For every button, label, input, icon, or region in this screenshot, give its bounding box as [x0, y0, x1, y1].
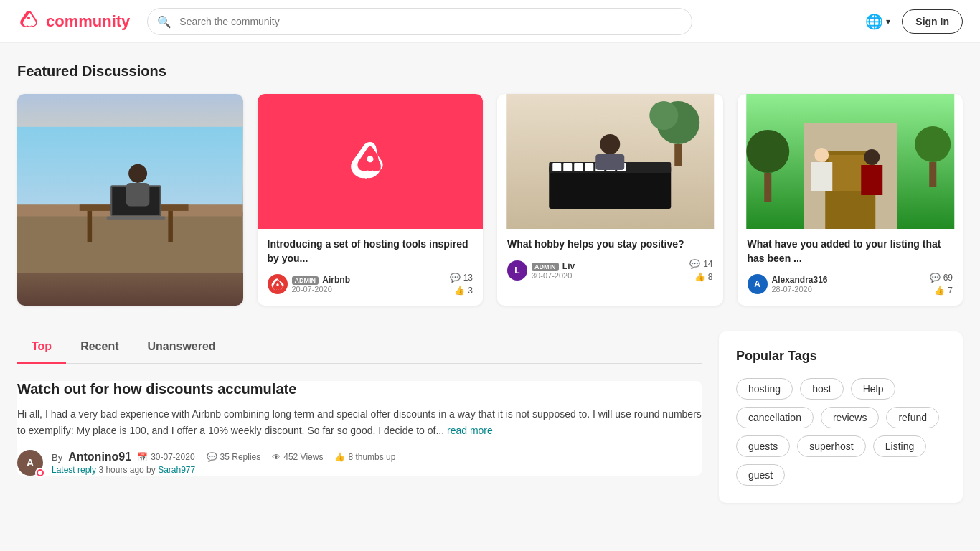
card-replies-3: 💬 14	[689, 259, 712, 269]
post-author-details: By Antonino91 📅 30-07-2020 💬 35 Replies	[52, 451, 395, 475]
header-right: 🌐 ▾ Sign In	[865, 9, 963, 34]
tabs: Top Recent Unanswered	[17, 331, 702, 364]
avatar-4: A	[748, 274, 768, 294]
chevron-down-icon: ▾	[886, 17, 890, 27]
tab-recent[interactable]: Recent	[66, 331, 133, 364]
avatar-2	[268, 274, 288, 294]
card-stats-4: 💬 69 👍 7	[930, 273, 953, 296]
card-author-2: ADMIN Airbnb 20-07-2020	[268, 274, 351, 294]
tag-pill[interactable]: superhost	[797, 435, 865, 457]
card-title-2: Introducing a set of hosting tools inspi…	[268, 237, 473, 265]
post-title: Watch out for how discounts accumulate	[17, 381, 702, 397]
svg-rect-16	[574, 163, 583, 171]
card-stats-2: 💬 13 👍 3	[450, 273, 473, 296]
card-image-3	[497, 94, 723, 229]
read-more-link[interactable]: read more	[447, 425, 493, 436]
card-likes-3: 👍 8	[694, 272, 713, 282]
card-likes-2: 👍 3	[454, 286, 473, 296]
tag-pill[interactable]: hosting	[736, 378, 793, 400]
post-footer: A By Antonino91 📅 30-07-202	[17, 450, 702, 476]
thumbs-up-icon: 👍	[334, 452, 345, 462]
author-info-3: ADMIN Liv 30-07-2020	[532, 261, 575, 280]
tag-pill[interactable]: host	[800, 378, 843, 400]
card-body-4: What have you added to your listing that…	[738, 229, 963, 306]
post-replies: 💬 35 Replies	[207, 452, 261, 462]
card-replies-2: 💬 13	[450, 273, 473, 283]
admin-badge-2: ADMIN	[292, 276, 319, 285]
avatar-3: L	[507, 260, 527, 281]
tag-pill[interactable]: reviews	[821, 407, 879, 428]
svg-rect-36	[764, 173, 771, 202]
svg-point-21	[600, 134, 620, 154]
post-thumbs: 👍 8 thumbs up	[334, 452, 395, 462]
logo[interactable]: community	[17, 10, 130, 33]
card-meta-2: ADMIN Airbnb 20-07-2020 💬 13 👍 3	[268, 273, 473, 296]
globe-icon: 🌐	[865, 13, 883, 30]
post-views: 👁 452 Views	[272, 452, 323, 462]
main-content: Featured Discussions	[0, 43, 980, 523]
svg-rect-17	[585, 163, 593, 171]
tab-unanswered[interactable]: Unanswered	[133, 331, 230, 364]
author-name-4: Alexandra316	[772, 275, 828, 285]
like-icon-2: 👍	[454, 286, 465, 296]
svg-point-37	[915, 126, 951, 162]
card-body-3: What hobby helps you stay positive? L AD…	[497, 229, 723, 292]
featured-card-1[interactable]: Top guest questions Q ADMIN Quincy 27-07…	[17, 94, 243, 306]
sign-in-button[interactable]: Sign In	[902, 9, 963, 34]
svg-rect-14	[552, 163, 561, 171]
tag-pill[interactable]: guest	[736, 464, 785, 486]
chat-icon-3: 💬	[689, 259, 700, 269]
card-image-1	[17, 94, 243, 306]
tag-pill[interactable]: guests	[736, 435, 790, 457]
svg-rect-15	[563, 163, 572, 171]
like-icon-3: 👍	[694, 272, 705, 282]
admin-badge-3: ADMIN	[532, 263, 559, 271]
search-bar: 🔍	[147, 8, 692, 35]
svg-rect-5	[168, 211, 173, 242]
card-author-3: L ADMIN Liv 30-07-2020	[507, 260, 575, 281]
card-stats-3: 💬 14 👍 8	[689, 259, 712, 282]
svg-rect-8	[107, 217, 165, 220]
badge-overlay	[35, 468, 45, 478]
svg-rect-4	[88, 211, 93, 242]
featured-card-4[interactable]: What have you added to your listing that…	[738, 94, 963, 306]
card-likes-4: 👍 7	[934, 286, 953, 296]
discussion-post: Watch out for how discounts accumulate H…	[17, 381, 702, 476]
logo-text: community	[46, 12, 130, 31]
svg-rect-1	[17, 212, 243, 273]
calendar-icon: 📅	[137, 452, 148, 462]
header: community 🔍 🌐 ▾ Sign In	[0, 0, 980, 43]
card-body-2: Introducing a set of hosting tools inspi…	[258, 229, 484, 306]
featured-card-3[interactable]: What hobby helps you stay positive? L AD…	[497, 94, 723, 306]
tag-pill[interactable]: refund	[886, 407, 939, 428]
tag-pill[interactable]: Help	[851, 378, 896, 400]
tag-pill[interactable]: Listing	[873, 435, 926, 457]
airbnb-icon	[17, 10, 40, 33]
search-input[interactable]	[147, 8, 692, 35]
featured-card-2[interactable]: Introducing a set of hosting tools inspi…	[258, 94, 484, 306]
language-selector[interactable]: 🌐 ▾	[865, 13, 890, 30]
post-date: 📅 30-07-2020	[137, 452, 194, 462]
latest-reply-author-link[interactable]: Sarah977	[158, 465, 195, 475]
author-date-3: 30-07-2020	[532, 271, 575, 280]
tags-title: Popular Tags	[736, 349, 946, 364]
airbnb-logo-white	[349, 140, 392, 183]
latest-reply-link[interactable]: Latest reply	[52, 465, 96, 475]
chat-bubble-icon: 💬	[207, 452, 217, 462]
tab-top[interactable]: Top	[17, 331, 66, 364]
like-icon-4: 👍	[934, 286, 945, 296]
svg-point-39	[38, 471, 42, 475]
featured-title: Featured Discussions	[17, 63, 963, 80]
post-author-avatar: A	[17, 450, 43, 476]
author-name-3: Liv	[562, 261, 575, 271]
tag-pill[interactable]: cancellation	[736, 407, 814, 428]
svg-point-24	[649, 101, 678, 130]
popular-tags-panel: Popular Tags hostinghostHelpcancellation…	[719, 331, 963, 503]
card-title-4: What have you added to your listing that…	[748, 237, 953, 265]
author-info-2: ADMIN Airbnb 20-07-2020	[292, 275, 351, 293]
card-image-4	[738, 94, 963, 229]
author-date-4: 28-07-2020	[772, 285, 828, 293]
svg-rect-10	[126, 183, 150, 207]
card-image-2	[258, 94, 484, 229]
latest-reply: Latest reply 3 hours ago by Sarah977	[52, 465, 395, 475]
